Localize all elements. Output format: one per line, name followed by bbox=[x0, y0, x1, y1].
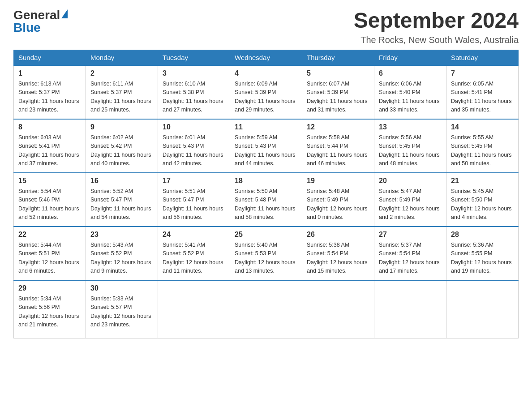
day-info: Sunrise: 5:45 AMSunset: 5:50 PMDaylight:… bbox=[451, 187, 514, 222]
day-info: Sunrise: 6:11 AMSunset: 5:37 PMDaylight:… bbox=[90, 80, 153, 115]
calendar-week-row: 1Sunrise: 6:13 AMSunset: 5:37 PMDaylight… bbox=[14, 65, 519, 119]
calendar-cell bbox=[302, 280, 374, 338]
location-title: The Rocks, New South Wales, Australia bbox=[354, 35, 519, 45]
calendar-cell: 12Sunrise: 5:58 AMSunset: 5:44 PMDayligh… bbox=[302, 119, 374, 173]
calendar-cell: 9Sunrise: 6:02 AMSunset: 5:42 PMDaylight… bbox=[86, 119, 158, 173]
calendar-cell: 17Sunrise: 5:51 AMSunset: 5:47 PMDayligh… bbox=[158, 173, 230, 227]
calendar-week-row: 29Sunrise: 5:34 AMSunset: 5:56 PMDayligh… bbox=[14, 280, 519, 338]
logo: General Blue bbox=[13, 9, 68, 34]
calendar-cell: 26Sunrise: 5:38 AMSunset: 5:54 PMDayligh… bbox=[302, 227, 374, 280]
page-header: General Blue September 2024 The Rocks, N… bbox=[13, 9, 519, 45]
day-info: Sunrise: 6:02 AMSunset: 5:42 PMDaylight:… bbox=[90, 133, 153, 168]
calendar-cell: 21Sunrise: 5:45 AMSunset: 5:50 PMDayligh… bbox=[446, 173, 519, 227]
day-number: 18 bbox=[235, 177, 297, 185]
day-info: Sunrise: 6:01 AMSunset: 5:43 PMDaylight:… bbox=[163, 133, 225, 168]
day-number: 21 bbox=[451, 177, 514, 185]
column-header-wednesday: Wednesday bbox=[230, 50, 302, 65]
calendar-cell: 7Sunrise: 6:05 AMSunset: 5:41 PMDaylight… bbox=[446, 65, 519, 119]
logo-general-text: General bbox=[13, 8, 60, 22]
day-info: Sunrise: 5:37 AMSunset: 5:54 PMDaylight:… bbox=[379, 241, 442, 276]
day-number: 10 bbox=[163, 123, 225, 131]
day-number: 25 bbox=[235, 231, 297, 239]
logo-blue-text: Blue bbox=[13, 21, 41, 34]
calendar-week-row: 22Sunrise: 5:44 AMSunset: 5:51 PMDayligh… bbox=[14, 227, 519, 280]
day-number: 14 bbox=[451, 123, 514, 131]
calendar-cell: 30Sunrise: 5:33 AMSunset: 5:57 PMDayligh… bbox=[86, 280, 158, 338]
calendar-cell bbox=[158, 280, 230, 338]
day-info: Sunrise: 5:41 AMSunset: 5:52 PMDaylight:… bbox=[163, 241, 225, 276]
calendar-cell bbox=[374, 280, 446, 338]
day-number: 7 bbox=[451, 69, 514, 77]
day-info: Sunrise: 5:58 AMSunset: 5:44 PMDaylight:… bbox=[307, 133, 369, 168]
day-number: 17 bbox=[163, 177, 225, 185]
day-number: 12 bbox=[307, 123, 369, 131]
day-info: Sunrise: 5:55 AMSunset: 5:45 PMDaylight:… bbox=[451, 133, 514, 168]
day-info: Sunrise: 5:40 AMSunset: 5:53 PMDaylight:… bbox=[235, 241, 297, 276]
day-info: Sunrise: 5:56 AMSunset: 5:45 PMDaylight:… bbox=[379, 133, 442, 168]
day-number: 19 bbox=[307, 177, 369, 185]
day-info: Sunrise: 5:52 AMSunset: 5:47 PMDaylight:… bbox=[90, 187, 153, 222]
calendar-cell: 5Sunrise: 6:07 AMSunset: 5:39 PMDaylight… bbox=[302, 65, 374, 119]
calendar-cell: 3Sunrise: 6:10 AMSunset: 5:38 PMDaylight… bbox=[158, 65, 230, 119]
calendar-cell bbox=[230, 280, 302, 338]
day-number: 6 bbox=[379, 69, 442, 77]
day-info: Sunrise: 6:10 AMSunset: 5:38 PMDaylight:… bbox=[163, 80, 225, 115]
day-number: 22 bbox=[18, 231, 81, 239]
logo-triangle-icon bbox=[61, 9, 68, 18]
calendar-week-row: 8Sunrise: 6:03 AMSunset: 5:41 PMDaylight… bbox=[14, 119, 519, 173]
day-info: Sunrise: 6:06 AMSunset: 5:40 PMDaylight:… bbox=[379, 80, 442, 115]
calendar-header-row: SundayMondayTuesdayWednesdayThursdayFrid… bbox=[14, 50, 519, 65]
calendar-cell: 8Sunrise: 6:03 AMSunset: 5:41 PMDaylight… bbox=[14, 119, 86, 173]
calendar-cell: 19Sunrise: 5:48 AMSunset: 5:49 PMDayligh… bbox=[302, 173, 374, 227]
day-info: Sunrise: 6:13 AMSunset: 5:37 PMDaylight:… bbox=[18, 80, 81, 115]
day-number: 1 bbox=[18, 69, 81, 77]
calendar-cell: 11Sunrise: 5:59 AMSunset: 5:43 PMDayligh… bbox=[230, 119, 302, 173]
calendar-cell: 24Sunrise: 5:41 AMSunset: 5:52 PMDayligh… bbox=[158, 227, 230, 280]
day-info: Sunrise: 6:05 AMSunset: 5:41 PMDaylight:… bbox=[451, 80, 514, 115]
day-info: Sunrise: 6:09 AMSunset: 5:39 PMDaylight:… bbox=[235, 80, 297, 115]
calendar-cell: 16Sunrise: 5:52 AMSunset: 5:47 PMDayligh… bbox=[86, 173, 158, 227]
day-number: 27 bbox=[379, 231, 442, 239]
calendar-cell: 23Sunrise: 5:43 AMSunset: 5:52 PMDayligh… bbox=[86, 227, 158, 280]
calendar-cell: 4Sunrise: 6:09 AMSunset: 5:39 PMDaylight… bbox=[230, 65, 302, 119]
calendar-cell: 13Sunrise: 5:56 AMSunset: 5:45 PMDayligh… bbox=[374, 119, 446, 173]
day-number: 11 bbox=[235, 123, 297, 131]
calendar-cell: 20Sunrise: 5:47 AMSunset: 5:49 PMDayligh… bbox=[374, 173, 446, 227]
day-info: Sunrise: 6:07 AMSunset: 5:39 PMDaylight:… bbox=[307, 80, 369, 115]
calendar-cell: 28Sunrise: 5:36 AMSunset: 5:55 PMDayligh… bbox=[446, 227, 519, 280]
month-title: September 2024 bbox=[354, 9, 519, 33]
day-number: 20 bbox=[379, 177, 442, 185]
calendar-cell: 29Sunrise: 5:34 AMSunset: 5:56 PMDayligh… bbox=[14, 280, 86, 338]
day-number: 23 bbox=[90, 231, 153, 239]
column-header-monday: Monday bbox=[86, 50, 158, 65]
day-number: 28 bbox=[451, 231, 514, 239]
day-number: 29 bbox=[18, 284, 81, 292]
day-info: Sunrise: 5:51 AMSunset: 5:47 PMDaylight:… bbox=[163, 187, 225, 222]
day-info: Sunrise: 5:34 AMSunset: 5:56 PMDaylight:… bbox=[18, 295, 81, 330]
day-info: Sunrise: 5:50 AMSunset: 5:48 PMDaylight:… bbox=[235, 187, 297, 222]
column-header-saturday: Saturday bbox=[446, 50, 519, 65]
calendar-cell: 1Sunrise: 6:13 AMSunset: 5:37 PMDaylight… bbox=[14, 65, 86, 119]
day-number: 24 bbox=[163, 231, 225, 239]
calendar-cell: 10Sunrise: 6:01 AMSunset: 5:43 PMDayligh… bbox=[158, 119, 230, 173]
day-info: Sunrise: 5:38 AMSunset: 5:54 PMDaylight:… bbox=[307, 241, 369, 276]
day-info: Sunrise: 5:47 AMSunset: 5:49 PMDaylight:… bbox=[379, 187, 442, 222]
calendar-cell bbox=[446, 280, 519, 338]
day-number: 5 bbox=[307, 69, 369, 77]
day-number: 15 bbox=[18, 177, 81, 185]
calendar-cell: 27Sunrise: 5:37 AMSunset: 5:54 PMDayligh… bbox=[374, 227, 446, 280]
day-info: Sunrise: 5:54 AMSunset: 5:46 PMDaylight:… bbox=[18, 187, 81, 222]
day-info: Sunrise: 5:48 AMSunset: 5:49 PMDaylight:… bbox=[307, 187, 369, 222]
calendar-cell: 2Sunrise: 6:11 AMSunset: 5:37 PMDaylight… bbox=[86, 65, 158, 119]
calendar-cell: 6Sunrise: 6:06 AMSunset: 5:40 PMDaylight… bbox=[374, 65, 446, 119]
column-header-thursday: Thursday bbox=[302, 50, 374, 65]
calendar-cell: 15Sunrise: 5:54 AMSunset: 5:46 PMDayligh… bbox=[14, 173, 86, 227]
day-number: 3 bbox=[163, 69, 225, 77]
column-header-friday: Friday bbox=[374, 50, 446, 65]
day-number: 16 bbox=[90, 177, 153, 185]
day-info: Sunrise: 5:44 AMSunset: 5:51 PMDaylight:… bbox=[18, 241, 81, 276]
calendar-week-row: 15Sunrise: 5:54 AMSunset: 5:46 PMDayligh… bbox=[14, 173, 519, 227]
day-number: 4 bbox=[235, 69, 297, 77]
calendar-cell: 25Sunrise: 5:40 AMSunset: 5:53 PMDayligh… bbox=[230, 227, 302, 280]
column-header-sunday: Sunday bbox=[14, 50, 86, 65]
